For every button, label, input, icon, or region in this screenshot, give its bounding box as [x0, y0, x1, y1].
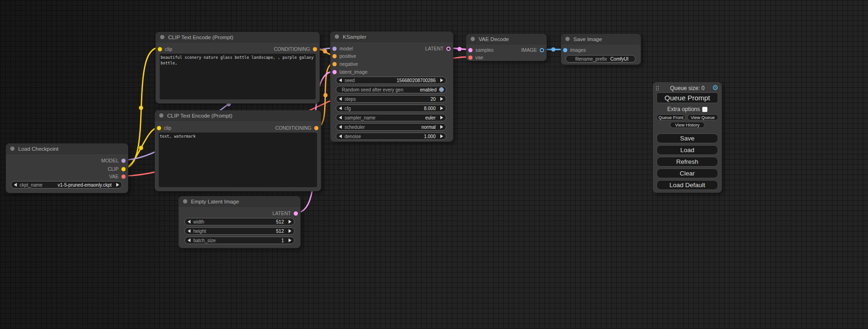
output-slot-conditioning[interactable]: CONDITIONING	[274, 45, 317, 53]
node-title-bar[interactable]: VAE Decode	[466, 34, 546, 44]
latent-slot-dot-icon[interactable]	[332, 70, 337, 74]
filename-prefix-widget[interactable]: filename_prefix ComfyUI	[565, 55, 635, 63]
random-seed-widget[interactable]: Random seed after every gen enabled	[336, 86, 446, 93]
increment-arrow-icon[interactable]	[440, 97, 443, 101]
node-title-bar[interactable]: Empty Latent Image	[179, 196, 300, 207]
input-slot-positive[interactable]: positive	[332, 52, 356, 60]
decrement-arrow-icon[interactable]	[14, 183, 17, 187]
denoise-widget[interactable]: denoise 1.000	[336, 133, 446, 140]
node-ksampler[interactable]: KSampler model positive negative latent_…	[330, 31, 453, 142]
sampler-name-widget[interactable]: sampler_name euler	[336, 114, 446, 121]
conditioning-slot-dot-icon[interactable]	[332, 54, 337, 58]
node-title-bar[interactable]: Load Checkpoint	[6, 144, 128, 154]
image-slot-ring-icon[interactable]	[540, 48, 544, 52]
height-widget[interactable]: height 512	[184, 227, 295, 235]
scheduler-widget[interactable]: scheduler normal	[336, 123, 446, 131]
clear-button[interactable]: Clear	[656, 168, 718, 178]
node-clip-text-encode-negative[interactable]: CLIP Text Encode (Prompt) clip CONDITION…	[155, 110, 321, 191]
increment-arrow-icon[interactable]	[289, 238, 291, 242]
output-slot-vae[interactable]: VAE	[109, 173, 126, 180]
input-slot-samples[interactable]: samples	[468, 46, 494, 54]
latent-slot-ring-icon[interactable]	[446, 47, 451, 51]
node-title-bar[interactable]: CLIP Text Encode (Prompt)	[156, 32, 319, 42]
input-slot-images[interactable]: images	[563, 46, 586, 54]
load-button[interactable]: Load	[656, 145, 718, 155]
output-slot-image[interactable]: IMAGE	[521, 46, 544, 54]
queue-front-button[interactable]: Queue Front	[656, 114, 685, 120]
extra-options-checkbox[interactable]	[702, 107, 707, 112]
conditioning-slot-dot-icon[interactable]	[314, 126, 318, 130]
cfg-widget[interactable]: cfg 8.000	[336, 105, 446, 112]
latent-slot-dot-icon[interactable]	[468, 48, 473, 52]
decrement-arrow-icon[interactable]	[339, 116, 342, 119]
input-slot-model[interactable]: model	[332, 45, 353, 52]
collapse-dot-icon[interactable]	[160, 35, 164, 39]
collapse-dot-icon[interactable]	[565, 37, 570, 41]
increment-arrow-icon[interactable]	[289, 220, 291, 224]
decrement-arrow-icon[interactable]	[188, 229, 191, 233]
node-clip-text-encode-positive[interactable]: CLIP Text Encode (Prompt) clip CONDITION…	[155, 32, 320, 104]
graph-canvas[interactable]: Load Checkpoint MODEL CLIP VAE ckpt_name…	[0, 0, 868, 329]
batch-size-widget[interactable]: batch_size 1	[184, 237, 295, 244]
collapse-dot-icon[interactable]	[335, 35, 339, 39]
load-default-button[interactable]: Load Default	[656, 180, 718, 190]
width-widget[interactable]: width 512	[184, 218, 295, 225]
model-slot-dot-icon[interactable]	[332, 47, 337, 51]
conditioning-slot-dot-icon[interactable]	[332, 62, 337, 66]
ckpt-name-widget[interactable]: ckpt_name v1-5-pruned-emaonly.ckpt	[11, 181, 122, 189]
increment-arrow-icon[interactable]	[440, 134, 443, 138]
input-slot-vae[interactable]: vae	[468, 54, 483, 61]
output-slot-model[interactable]: MODEL	[101, 157, 126, 164]
increment-arrow-icon[interactable]	[440, 116, 443, 119]
collapse-dot-icon[interactable]	[183, 199, 187, 203]
latent-slot-dot-icon[interactable]	[294, 211, 298, 216]
steps-widget[interactable]: steps 20	[336, 95, 446, 103]
refresh-button[interactable]: Refresh	[656, 157, 718, 167]
seed-widget[interactable]: seed 156680208700286	[336, 77, 446, 84]
collapse-dot-icon[interactable]	[471, 37, 475, 41]
decrement-arrow-icon[interactable]	[339, 106, 342, 110]
model-slot-dot-icon[interactable]	[121, 159, 126, 163]
increment-arrow-icon[interactable]	[440, 106, 443, 110]
node-load-checkpoint[interactable]: Load Checkpoint MODEL CLIP VAE ckpt_name…	[6, 143, 128, 193]
view-queue-button[interactable]: View Queue	[687, 114, 718, 120]
input-slot-clip[interactable]: clip	[157, 124, 171, 132]
increment-arrow-icon[interactable]	[289, 229, 291, 233]
increment-arrow-icon[interactable]	[440, 78, 443, 82]
image-slot-dot-icon[interactable]	[563, 48, 567, 52]
collapse-dot-icon[interactable]	[159, 113, 163, 118]
prompt-textarea[interactable]: beautiful scenery nature glass bottle la…	[160, 54, 316, 99]
node-empty-latent-image[interactable]: Empty Latent Image LATENT width 512 heig…	[178, 196, 301, 248]
input-slot-latent-image[interactable]: latent_image	[332, 68, 367, 76]
node-vae-decode[interactable]: VAE Decode samples vae IMAGE	[466, 34, 547, 61]
queue-prompt-button[interactable]: Queue Prompt	[656, 92, 718, 103]
clip-slot-dot-icon[interactable]	[158, 47, 162, 51]
toggle-circle-icon[interactable]	[439, 87, 444, 92]
vae-slot-dot-icon[interactable]	[121, 175, 126, 179]
output-slot-clip[interactable]: CLIP	[108, 165, 126, 173]
conditioning-slot-dot-icon[interactable]	[313, 47, 317, 51]
decrement-arrow-icon[interactable]	[339, 125, 342, 129]
input-slot-negative[interactable]: negative	[332, 60, 358, 68]
node-title-bar[interactable]: KSampler	[331, 32, 453, 42]
node-title-bar[interactable]: CLIP Text Encode (Prompt)	[155, 111, 321, 121]
output-slot-conditioning[interactable]: CONDITIONING	[275, 124, 318, 132]
settings-gear-icon[interactable]: ⚙	[713, 84, 719, 92]
output-slot-latent[interactable]: LATENT	[273, 210, 298, 217]
decrement-arrow-icon[interactable]	[339, 134, 342, 138]
clip-slot-dot-icon[interactable]	[121, 167, 126, 171]
view-history-button[interactable]: View History	[670, 122, 705, 128]
decrement-arrow-icon[interactable]	[339, 97, 342, 101]
node-save-image[interactable]: Save Image images filename_prefix ComfyU…	[561, 34, 641, 65]
vae-slot-dot-icon[interactable]	[468, 56, 473, 60]
save-button[interactable]: Save	[656, 133, 718, 143]
collapse-dot-icon[interactable]	[10, 147, 14, 151]
prompt-textarea[interactable]: text, watermark	[159, 133, 317, 187]
node-title-bar[interactable]: Save Image	[561, 34, 641, 44]
decrement-arrow-icon[interactable]	[188, 238, 191, 242]
decrement-arrow-icon[interactable]	[339, 78, 342, 82]
increment-arrow-icon[interactable]	[440, 125, 443, 129]
decrement-arrow-icon[interactable]	[188, 220, 191, 224]
increment-arrow-icon[interactable]	[116, 183, 119, 187]
output-slot-latent[interactable]: LATENT	[425, 45, 451, 52]
